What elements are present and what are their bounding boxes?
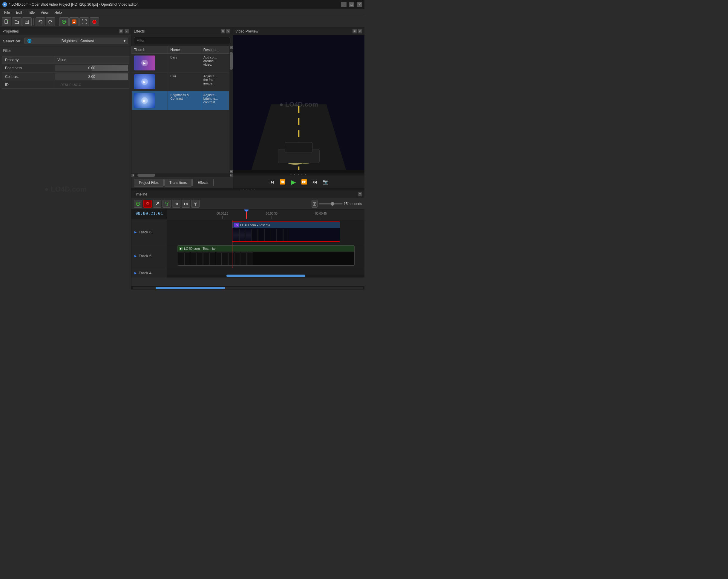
playhead[interactable] (246, 210, 247, 219)
contrast-slider[interactable]: 3.00 (55, 74, 128, 80)
dropdown-arrow-icon: ▾ (124, 39, 126, 43)
scroll-right-btn[interactable]: ► (230, 174, 233, 177)
close-button[interactable]: ✕ (357, 2, 362, 7)
track-4-content[interactable] (167, 268, 364, 278)
effects-scrollbar-v[interactable]: ▲ ▼ (229, 46, 233, 173)
track-5-content[interactable]: ▶ LO4D.com - Test.mkv (167, 244, 364, 268)
properties-header: Properties ⊞ ✕ (0, 27, 131, 35)
track-5-name: Track 5 (138, 254, 152, 258)
prop-value-id: DTSHPIUX1O (54, 81, 129, 89)
next-frame-button[interactable]: ⏩ (300, 178, 308, 186)
filter-button[interactable] (162, 200, 171, 208)
menu-file[interactable]: File (1, 10, 13, 15)
jump-end-button[interactable]: ⏭ (182, 200, 190, 208)
video-preview-close-button[interactable]: ✕ (358, 29, 362, 33)
timeline-hscroll-thumb[interactable] (156, 287, 225, 289)
menu-view[interactable]: View (37, 10, 51, 15)
film-frame-2 (239, 229, 245, 242)
tab-project-files[interactable]: Project Files (134, 179, 164, 187)
film-frame-9 (283, 229, 289, 242)
track-row-6: ▶ Track 6 B LO4D.com - Test.avi (131, 220, 364, 244)
properties-float-button[interactable]: ⊞ (119, 29, 123, 33)
zoom-page-button[interactable] (312, 200, 317, 208)
effect-row-brightness-contrast[interactable]: ▶ Brightness &Contrast Adjust t...bright… (132, 91, 229, 110)
effect-thumb-bars: ▶ (132, 54, 168, 73)
video-preview-header: Video Preview ⊞ ✕ (233, 27, 364, 35)
effects-float-button[interactable]: ⊞ (221, 29, 225, 33)
effect-row-blur[interactable]: ▶ Blur Adjust t...the fra...image. (132, 73, 229, 91)
bars-thumbnail: ▶ (134, 56, 155, 71)
magnetic-snap-button[interactable] (144, 200, 152, 208)
scroll-thumb[interactable] (230, 52, 233, 70)
toolbar-separator-1 (33, 18, 34, 25)
add-clip-button[interactable] (134, 200, 142, 208)
scroll-left-btn[interactable]: ◄ (131, 174, 134, 177)
prop-value-contrast[interactable]: 3.00 (54, 73, 129, 81)
timeline-snap-button[interactable]: ⊡ (358, 192, 362, 196)
zoom-control: 15 seconds (312, 200, 362, 208)
import-button[interactable] (69, 17, 79, 26)
effects-h-scrollbar[interactable]: ◄ ► (131, 173, 233, 177)
skip-to-start-button[interactable]: ⏮ (268, 178, 276, 186)
blur-thumbnail: ▶ (134, 74, 155, 89)
video-preview-float-button[interactable]: ⊞ (353, 29, 357, 33)
mkv-frame-12 (247, 252, 253, 265)
menu-help[interactable]: Help (51, 10, 65, 15)
track-label-5: ▶ Track 5 (131, 244, 167, 268)
zoom-slider-thumb[interactable] (331, 202, 334, 205)
add-track-button[interactable] (59, 17, 69, 26)
track-4-hscroll[interactable] (167, 275, 364, 277)
mkv-frame-4 (197, 252, 203, 265)
clip-mkv[interactable]: ▶ LO4D.com - Test.mkv (177, 245, 355, 266)
record-button[interactable] (89, 17, 99, 26)
clip-avi[interactable]: B LO4D.com - Test.avi (232, 221, 340, 242)
center-timeline-button[interactable] (191, 200, 200, 208)
timeline-hscroll-track[interactable] (133, 287, 363, 289)
timeline-content: 00:00:21:01 00:00:15 00:00:30 (131, 210, 364, 290)
tab-effects[interactable]: Effects (192, 179, 213, 187)
jump-start-button[interactable]: ⏮ (172, 200, 180, 208)
tracks-container: ▶ Track 6 B LO4D.com - Test.avi (131, 220, 364, 286)
timeline-area: Timeline ⊡ ⏮ ⏭ (131, 190, 364, 290)
filter-section: Filter (0, 47, 131, 56)
razor-tool-button[interactable] (153, 200, 161, 208)
track-4-scroll-thumb[interactable] (227, 275, 305, 277)
top-right: Effects ⊞ ✕ T (131, 27, 364, 189)
zoom-slider[interactable] (319, 203, 343, 204)
track-6-content[interactable]: B LO4D.com - Test.avi (167, 220, 364, 244)
title-bar: ✦ * LO4D.com - OpenShot Video Project [H… (0, 0, 364, 9)
fullscreen-button[interactable] (79, 17, 89, 26)
effect-row-bars[interactable]: ▶ Bars Add col...around...video. (132, 54, 229, 73)
h-scroll-thumb[interactable] (137, 174, 155, 177)
effects-close-button[interactable]: ✕ (226, 29, 230, 33)
brightness-slider[interactable]: 0.00 (55, 65, 128, 71)
properties-close-button[interactable]: ✕ (125, 29, 129, 33)
prev-frame-button[interactable]: ⏪ (279, 178, 287, 186)
scroll-up-btn[interactable]: ▲ (230, 46, 233, 49)
open-project-button[interactable] (12, 17, 22, 26)
new-project-button[interactable] (2, 17, 11, 26)
menu-title[interactable]: Title (25, 10, 37, 15)
effects-filter-input[interactable] (134, 37, 230, 44)
main-area: Properties ⊞ ✕ Selection: 🌐 Brightness_C… (0, 27, 364, 290)
track-4-arrow-icon: ▶ (134, 271, 137, 275)
maximize-button[interactable]: □ (349, 2, 354, 7)
timeline-bottom-scrollbar[interactable] (131, 286, 364, 290)
properties-table-container: Property Value Brightness 0.00 (0, 56, 131, 89)
skip-to-end-button[interactable]: ⏭ (311, 178, 319, 186)
capture-frame-button[interactable]: 📷 (321, 178, 330, 186)
menu-edit[interactable]: Edit (13, 10, 25, 15)
minimize-button[interactable]: — (341, 2, 346, 7)
scroll-down-btn[interactable]: ▼ (230, 170, 233, 173)
selection-dropdown[interactable]: 🌐 Brightness_Contrast ▾ (25, 37, 128, 44)
redo-button[interactable] (46, 17, 55, 26)
svg-rect-0 (5, 20, 7, 24)
toolbar-separator-2 (57, 18, 57, 25)
tab-transitions[interactable]: Transitions (164, 179, 192, 187)
film-frame-5 (258, 229, 264, 242)
play-button[interactable]: ▶ (289, 178, 297, 186)
save-project-button[interactable] (22, 17, 32, 26)
property-row-id: ID DTSHPIUX1O (2, 81, 129, 89)
prop-value-brightness[interactable]: 0.00 (54, 64, 129, 73)
undo-button[interactable] (35, 17, 45, 26)
